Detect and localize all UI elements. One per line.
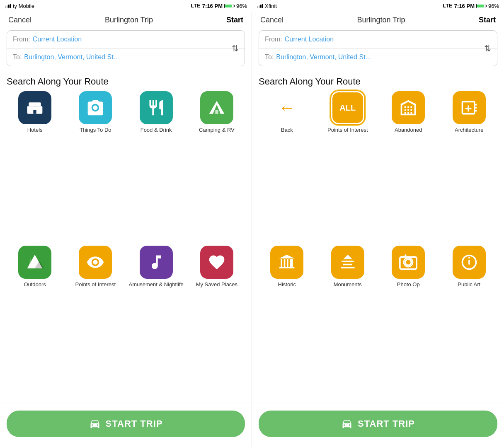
left-start-button[interactable]: Start [226,16,243,24]
category-all-poi[interactable]: ALL Points of Interest [320,91,376,242]
category-things-to-do[interactable]: Things To Do [67,91,124,242]
food-drink-icon-wrap [140,91,173,124]
category-abandoned[interactable]: Abandoned [380,91,437,242]
right-start-button[interactable]: Start [479,16,496,24]
left-route-box: From: Current Location To: Burlington, V… [7,30,245,66]
left-lte: LTE [191,3,201,9]
category-my-saved-places[interactable]: My Saved Places [189,246,245,396]
svg-point-9 [405,259,412,266]
public-art-label: Public Art [458,281,480,288]
left-nav: Cancel Burlington Trip Start [0,12,252,27]
left-category-grid: Hotels Things To Do Food & Drink [0,91,252,403]
right-from-row[interactable]: From: Current Location [259,31,497,48]
photo-op-icon-wrap [392,246,425,279]
right-swap-button[interactable]: ⇅ [484,43,491,53]
eye-icon [86,253,104,271]
right-to-label: To: [265,53,274,61]
category-outdoors[interactable]: Outdoors [7,246,63,396]
right-start-trip-button[interactable]: START TRIP [259,411,497,437]
right-section-title: Search Along Your Route [252,70,504,91]
heart-icon [208,253,226,271]
things-to-do-icon-wrap [79,91,112,124]
left-to-label: To: [13,53,22,61]
category-architecture[interactable]: Architecture [441,91,498,242]
category-poi-left[interactable]: Points of Interest [67,246,124,396]
amusement-icon-wrap [140,246,173,279]
right-time: 7:16 PM [454,3,475,9]
back-arrow-icon: ← [278,99,296,116]
left-to-value: Burlington, Vermont, United St... [24,53,119,61]
left-cancel-button[interactable]: Cancel [8,16,32,24]
right-carrier: Xfinit [265,3,277,9]
svg-rect-2 [33,110,36,114]
architecture-icon-wrap [453,91,486,124]
left-from-label: From: [13,36,30,43]
car-icon [89,418,101,430]
status-bar: ty Mobile LTE 7:16 PM 96% Xfinit LTE 7:1… [0,0,504,12]
right-from-label: From: [265,36,282,43]
right-battery: 96% [488,3,499,9]
tent-icon [208,99,226,117]
right-nav-title: Burlington Trip [357,16,405,24]
arch-icon [460,99,478,117]
food-drink-label: Food & Drink [141,127,172,134]
art-icon [460,253,478,271]
abandoned-label: Abandoned [395,127,422,134]
left-to-row[interactable]: To: Burlington, Vermont, United St... [7,48,245,66]
left-start-trip-label: START TRIP [106,418,163,429]
right-panel: Cancel Burlington Trip Start From: Curre… [252,12,504,447]
category-hotels[interactable]: Hotels [7,91,63,242]
category-historic[interactable]: Historic [259,246,315,396]
left-from-row[interactable]: From: Current Location [7,31,245,48]
right-start-trip-bar: START TRIP [252,403,504,447]
camera-icon [86,99,104,117]
right-cancel-button[interactable]: Cancel [260,16,284,24]
left-swap-button[interactable]: ⇅ [232,43,239,53]
left-start-trip-button[interactable]: START TRIP [7,411,245,437]
food-icon [147,99,165,117]
monuments-icon-wrap [331,246,364,279]
svg-rect-5 [215,110,218,114]
building-icon [399,99,417,117]
car-icon-right [341,418,353,430]
right-nav: Cancel Burlington Trip Start [252,12,504,27]
hotels-label: Hotels [27,127,43,134]
hotel-icon [26,99,44,117]
music-icon [147,253,165,271]
left-panel: Cancel Burlington Trip Start From: Curre… [0,12,252,447]
photo-op-label: Photo Op [397,281,420,288]
camping-icon-wrap [200,91,233,124]
public-art-icon-wrap [453,246,486,279]
category-camping-rv[interactable]: Camping & RV [189,91,245,242]
right-to-row[interactable]: To: Burlington, Vermont, United St... [259,48,497,66]
right-category-grid: ← Back ALL Points of Interest Abandoned [252,91,504,403]
all-icon: ALL [339,103,356,113]
mountain-icon [26,253,44,271]
abandoned-icon-wrap [392,91,425,124]
back-icon-wrap: ← [270,91,303,124]
right-lte: LTE [443,3,453,9]
left-nav-title: Burlington Trip [105,16,153,24]
amusement-nightlife-label: Amusement & Nightlife [129,281,184,288]
monument-icon [339,253,357,271]
all-poi-icon-wrap: ALL [331,91,364,124]
right-route-box: From: Current Location To: Burlington, V… [259,30,497,66]
monuments-label: Monuments [334,281,362,288]
category-amusement-nightlife[interactable]: Amusement & Nightlife [128,246,184,396]
right-start-trip-label: START TRIP [358,418,415,429]
back-label: Back [281,127,293,134]
historic-label: Historic [278,281,296,288]
my-saved-places-label: My Saved Places [196,281,237,288]
poi-left-label: Points of Interest [75,281,116,288]
category-back[interactable]: ← Back [259,91,315,242]
historic-icon-wrap [270,246,303,279]
photo-icon [399,253,417,271]
category-photo-op[interactable]: Photo Op [380,246,437,396]
category-monuments[interactable]: Monuments [320,246,376,396]
left-from-value: Current Location [33,36,82,43]
right-from-value: Current Location [285,36,334,43]
category-public-art[interactable]: Public Art [441,246,498,396]
category-food-drink[interactable]: Food & Drink [128,91,184,242]
outdoors-icon-wrap [18,246,51,279]
saved-places-icon-wrap [200,246,233,279]
